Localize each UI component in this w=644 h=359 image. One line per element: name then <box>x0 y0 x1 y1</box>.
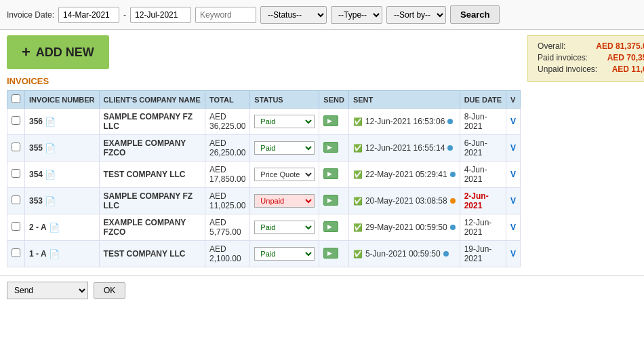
unpaid-value: AED 11,025.00 <box>612 64 644 74</box>
view-cell: V <box>506 135 521 162</box>
status-dropdown[interactable]: PaidUnpaidPrice Quote <box>254 194 315 208</box>
table-row: 353 📄 SAMPLE COMPANY FZ LLC AED 11,025.0… <box>7 188 521 214</box>
row-checkbox-cell <box>7 109 25 135</box>
sent-cell: ✅ 5-Jun-2021 00:59:50 <box>348 241 460 267</box>
view-cell: V <box>506 214 521 241</box>
paid-label: Paid invoices: <box>538 53 588 62</box>
sent-check-icon: ✅ <box>353 144 363 153</box>
send-button[interactable] <box>323 248 338 259</box>
invoice-number-cell: 354 📄 <box>25 162 100 188</box>
col-company-name: CLIENT'S COMPANY NAME <box>99 91 205 109</box>
sent-cell: ✅ 29-May-2021 00:59:50 <box>348 214 460 241</box>
total-cell: AED 17,850.00 <box>205 162 249 188</box>
pdf-icon[interactable]: 📄 <box>45 143 56 153</box>
company-name: EXAMPLE COMPANY FZCO <box>104 218 186 237</box>
select-all-checkbox[interactable] <box>12 94 20 103</box>
status-dropdown[interactable]: PaidUnpaidPrice Quote <box>254 141 315 155</box>
add-new-button[interactable]: + ADD NEW <box>7 35 109 69</box>
row-checkbox[interactable] <box>12 143 20 151</box>
company-name: EXAMPLE COMPANY FZCO <box>104 138 186 157</box>
sent-dot-icon[interactable] <box>447 145 453 151</box>
pdf-icon[interactable]: 📄 <box>45 196 56 206</box>
sent-dot-icon[interactable] <box>450 225 456 230</box>
row-checkbox[interactable] <box>12 169 20 178</box>
view-link[interactable]: V <box>510 117 516 126</box>
company-name-cell: SAMPLE COMPANY FZ LLC <box>99 188 205 214</box>
invoice-number-cell: 1 - A 📄 <box>25 241 100 267</box>
sent-check-icon: ✅ <box>353 250 363 259</box>
view-link[interactable]: V <box>510 143 516 153</box>
invoice-number-cell: 355 📄 <box>25 135 100 162</box>
sent-dot-icon[interactable] <box>443 251 449 257</box>
company-name-cell: SAMPLE COMPANY FZ LLC <box>99 109 205 135</box>
bulk-action-select[interactable]: Send Delete Mark Paid <box>7 282 88 299</box>
date-label: Invoice Date: <box>7 10 54 20</box>
company-name-cell: EXAMPLE COMPANY FZCO <box>99 214 205 241</box>
keyword-input[interactable] <box>195 7 256 23</box>
send-button[interactable] <box>323 115 338 126</box>
status-dropdown[interactable]: PaidUnpaidPrice Quote <box>254 221 315 234</box>
view-link[interactable]: V <box>510 170 516 179</box>
status-dropdown[interactable]: PaidUnpaidPrice Quote <box>254 247 315 261</box>
company-name-cell: TEST COMPANY LLC <box>99 241 205 267</box>
view-link[interactable]: V <box>510 223 516 232</box>
sent-check-icon: ✅ <box>353 117 363 126</box>
date-to-input[interactable] <box>130 7 191 23</box>
sent-datetime: 29-May-2021 00:59:50 <box>365 223 447 232</box>
ok-button[interactable]: OK <box>94 282 125 299</box>
search-button[interactable]: Search <box>450 5 500 24</box>
send-button[interactable] <box>323 221 338 232</box>
due-date-cell: 19-Jun-2021 <box>460 241 506 267</box>
status-dropdown[interactable]: PaidUnpaidPrice Quote <box>254 168 315 181</box>
due-date-cell: 6-Jun-2021 <box>460 135 506 162</box>
summary-paid-row: Paid invoices: AED 70,350.00 VAT: Al <box>538 53 644 62</box>
invoice-id: 353 <box>29 196 43 206</box>
send-cell <box>319 214 349 241</box>
row-checkbox[interactable] <box>12 222 20 231</box>
pdf-icon[interactable]: 📄 <box>45 117 56 127</box>
invoice-id: 356 <box>29 117 43 126</box>
unpaid-label: Unpaid invoices: <box>538 64 597 74</box>
col-due-date: DUE DATE <box>460 91 506 109</box>
total-cell: AED 5,775.00 <box>205 214 249 241</box>
view-cell: V <box>506 241 521 267</box>
sent-cell: ✅ 22-May-2021 05:29:41 <box>348 162 460 188</box>
table-row: 354 📄 TEST COMPANY LLC AED 17,850.00 Pai… <box>7 162 521 188</box>
send-button[interactable] <box>323 168 338 179</box>
sent-cell: ✅ 12-Jun-2021 16:53:06 <box>348 109 460 135</box>
company-name-cell: TEST COMPANY LLC <box>99 162 205 188</box>
type-select[interactable]: --Type-- Invoice Quote <box>331 6 382 24</box>
sent-dot-icon[interactable] <box>450 198 456 204</box>
send-cell <box>319 109 349 135</box>
send-button[interactable] <box>323 195 338 206</box>
total-cell: AED 26,250.00 <box>205 135 249 162</box>
sent-dot-icon[interactable] <box>447 119 453 124</box>
summary-unpaid-row: Unpaid invoices: AED 11,025.00 VAT: Al <box>538 64 644 74</box>
send-button[interactable] <box>323 142 338 153</box>
pdf-icon[interactable]: 📄 <box>49 223 60 233</box>
sent-check-icon: ✅ <box>353 197 363 206</box>
sent-datetime: 22-May-2021 05:29:41 <box>365 170 447 179</box>
date-from-input[interactable] <box>58 7 119 23</box>
summary-box: Overall: AED 81,375.00 VAT: Al Paid invo… <box>527 35 644 82</box>
table-row: 2 - A 📄 EXAMPLE COMPANY FZCO AED 5,775.0… <box>7 214 521 241</box>
invoice-id: 1 - A <box>29 249 47 259</box>
status-select[interactable]: --Status-- Paid Unpaid Price Quote <box>260 6 327 24</box>
col-invoice-number: INVOICE NUMBER <box>25 91 100 109</box>
status-cell: PaidUnpaidPrice Quote <box>250 109 319 135</box>
company-name: SAMPLE COMPANY FZ LLC <box>104 191 193 210</box>
summary-overall-row: Overall: AED 81,375.00 VAT: Al <box>538 41 644 51</box>
status-dropdown[interactable]: PaidUnpaidPrice Quote <box>254 115 315 128</box>
row-checkbox[interactable] <box>12 195 20 204</box>
row-checkbox[interactable] <box>12 248 20 257</box>
pdf-icon[interactable]: 📄 <box>45 170 56 180</box>
pdf-icon[interactable]: 📄 <box>49 249 60 259</box>
view-link[interactable]: V <box>510 249 516 259</box>
sent-dot-icon[interactable] <box>450 172 456 177</box>
total-cell: AED 36,225.00 <box>205 109 249 135</box>
sort-select[interactable]: --Sort by-- Date Number Amount <box>386 6 446 24</box>
col-sent: SENT <box>348 91 460 109</box>
view-cell: V <box>506 109 521 135</box>
view-link[interactable]: V <box>510 196 516 206</box>
row-checkbox[interactable] <box>12 116 20 125</box>
